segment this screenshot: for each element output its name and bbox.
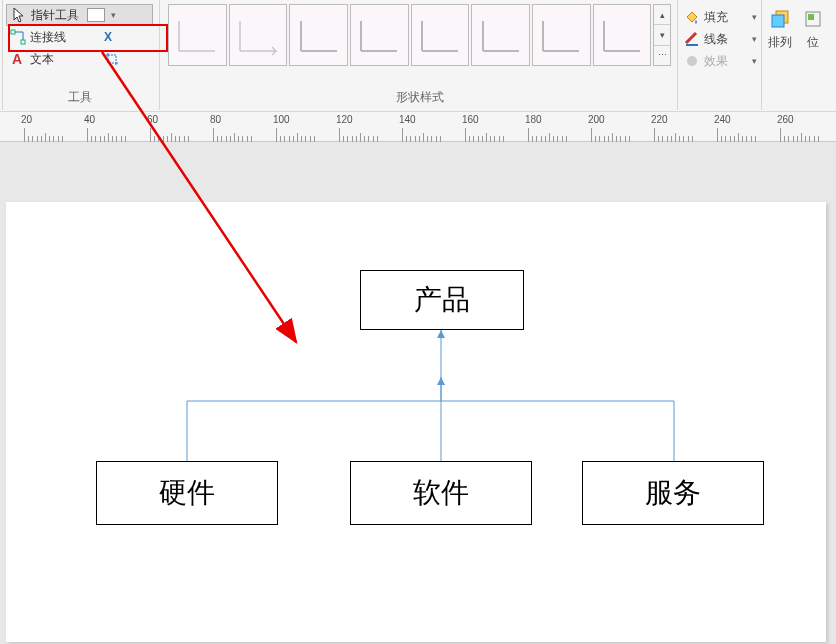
svg-rect-1 [21,40,25,44]
diagram-node-child-1[interactable]: 硬件 [96,461,278,525]
line-icon [684,31,700,47]
clipped-edge [0,0,3,110]
svg-rect-0 [11,30,15,34]
shape-style-2[interactable] [229,4,288,66]
diagram-node-child-3[interactable]: 服务 [582,461,764,525]
text-tool-label: 文本 [30,51,54,68]
shape-style-7[interactable] [532,4,591,66]
canvas-area: 产品 硬件 软件 服务 [0,142,836,644]
fill-icon [684,9,700,25]
diagram-connectors [6,202,826,642]
canvas-paper[interactable]: 产品 硬件 软件 服务 [6,202,826,642]
arrange-group: 排列 位 [764,0,836,110]
tools-group: 指针工具 ▾ 连接线 X A 文本 工具 [0,0,160,110]
node-label: 硬件 [159,474,215,512]
shape-style-1[interactable] [168,4,227,66]
pointer-tool-button[interactable]: 指针工具 ▾ [6,4,153,26]
text-tool-button[interactable]: A 文本 [6,48,153,70]
line-button[interactable]: 线条 ▾ [684,28,757,50]
text-icon: A [10,51,26,67]
format-group: 填充 ▾ 线条 ▾ 效果 ▾ [680,0,762,110]
svg-point-4 [687,56,697,66]
fill-button[interactable]: 填充 ▾ [684,6,757,28]
effect-label: 效果 [704,53,728,70]
svg-rect-6 [772,15,784,27]
shape-style-3[interactable] [289,4,348,66]
pointer-icon [11,7,27,23]
fill-dropdown-icon[interactable]: ▾ [109,8,117,22]
position-button[interactable]: 位 [802,8,824,102]
chevron-down-icon: ▾ [752,56,757,66]
node-label: 产品 [414,281,470,319]
svg-text:A: A [12,51,22,67]
effect-icon [684,53,700,69]
horizontal-ruler: 20406080100120140160180200220240260 [0,112,836,142]
pointer-tool-label: 指针工具 [31,7,79,24]
diagram-node-child-2[interactable]: 软件 [350,461,532,525]
tools-group-caption: 工具 [0,89,159,106]
arrange-button[interactable]: 排列 [768,8,792,102]
shape-styles-group-caption: 形状样式 [162,89,677,106]
chevron-down-icon: ▾ [752,34,757,44]
connector-tool-label: 连接线 [30,29,66,46]
shape-style-5[interactable] [411,4,470,66]
ribbon: 指针工具 ▾ 连接线 X A 文本 工具 [0,0,836,112]
svg-rect-3 [108,55,116,63]
shape-style-4[interactable] [350,4,409,66]
fill-label: 填充 [704,9,728,26]
svg-rect-8 [808,14,814,20]
chevron-down-icon: ▾ [752,12,757,22]
shape-styles-gallery: ▴▾⋯ [168,4,671,66]
arrange-icon [769,8,791,30]
line-label: 线条 [704,31,728,48]
gallery-more-button[interactable]: ▴▾⋯ [653,4,671,66]
position-icon [802,8,824,30]
delete-connection-button[interactable]: X [104,30,112,44]
connector-icon [10,29,26,45]
diagram-node-root[interactable]: 产品 [360,270,524,330]
position-label: 位 [807,34,819,51]
fill-preview[interactable] [87,8,105,22]
connector-tool-button[interactable]: 连接线 X [6,26,153,48]
effect-button: 效果 ▾ [684,50,757,72]
shape-styles-group: ▴▾⋯ 形状样式 [162,0,678,110]
node-label: 服务 [645,474,701,512]
shape-style-8[interactable] [593,4,652,66]
arrange-label: 排列 [768,34,792,51]
node-label: 软件 [413,474,469,512]
shape-style-6[interactable] [471,4,530,66]
crop-icon[interactable] [104,51,120,67]
